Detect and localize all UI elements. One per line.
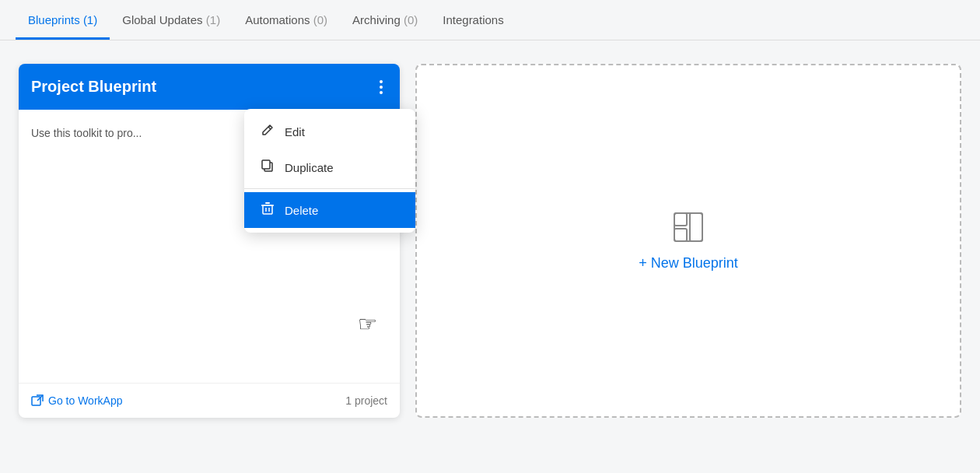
card-menu-button[interactable] (375, 79, 387, 96)
svg-rect-11 (674, 213, 687, 226)
svg-rect-4 (262, 160, 270, 169)
svg-rect-13 (690, 213, 702, 241)
menu-divider (244, 188, 415, 189)
card-title: Project Blueprint (31, 78, 156, 96)
project-count: 1 project (345, 394, 387, 407)
three-dots-icon (380, 80, 383, 94)
context-menu-duplicate[interactable]: Duplicate (244, 149, 415, 185)
context-menu: Edit Duplicate (244, 109, 415, 233)
tab-archiving[interactable]: Archiving (0) (340, 2, 430, 40)
tab-global-updates[interactable]: Global Updates (1) (110, 2, 233, 40)
card-header: Project Blueprint (19, 64, 400, 110)
duplicate-icon (260, 159, 275, 176)
blueprint-template-icon (671, 210, 705, 249)
svg-rect-12 (674, 229, 687, 241)
tab-automations[interactable]: Automations (0) (233, 2, 340, 40)
external-link-icon (31, 394, 44, 407)
delete-icon (260, 201, 275, 219)
card-description: Use this toolkit to pro... (31, 127, 142, 139)
new-blueprint-card[interactable]: + New Blueprint (415, 64, 961, 418)
card-footer: Go to WorkApp 1 project (19, 383, 400, 418)
edit-icon (260, 123, 275, 140)
tabs-bar: Blueprints (1) Global Updates (1) Automa… (0, 0, 980, 40)
edit-label: Edit (285, 125, 305, 138)
svg-line-2 (268, 127, 271, 129)
new-blueprint-label: + New Blueprint (639, 255, 738, 272)
tab-blueprints[interactable]: Blueprints (1) (16, 2, 110, 40)
main-content: Project Blueprint Use this toolkit to pr… (0, 40, 980, 441)
tab-integrations[interactable]: Integrations (430, 2, 516, 40)
blueprint-card: Project Blueprint Use this toolkit to pr… (19, 64, 400, 418)
go-to-workapp-link[interactable]: Go to WorkApp (31, 394, 122, 407)
context-menu-delete[interactable]: Delete (244, 192, 415, 228)
duplicate-label: Duplicate (285, 161, 334, 174)
svg-rect-5 (263, 205, 272, 214)
delete-label: Delete (285, 204, 318, 217)
context-menu-edit[interactable]: Edit (244, 114, 415, 149)
svg-rect-10 (674, 213, 702, 241)
